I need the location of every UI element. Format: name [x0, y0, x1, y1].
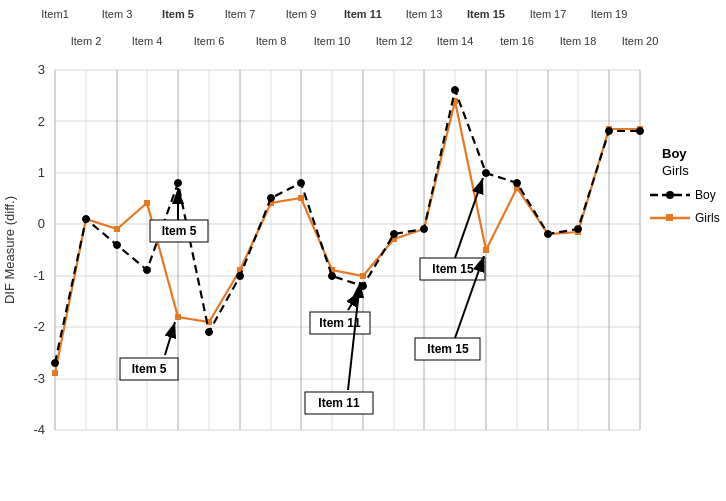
- svg-text:Item 20: Item 20: [622, 35, 659, 47]
- svg-point-91: [391, 231, 398, 238]
- svg-point-86: [237, 273, 244, 280]
- svg-point-96: [545, 231, 552, 238]
- svg-text:0: 0: [38, 216, 45, 231]
- svg-point-80: [52, 360, 59, 367]
- svg-rect-60: [52, 370, 58, 376]
- svg-point-98: [606, 128, 613, 135]
- svg-text:Item 3: Item 3: [102, 8, 133, 20]
- svg-text:Item 17: Item 17: [530, 8, 567, 20]
- svg-text:-1: -1: [33, 268, 45, 283]
- chart-container: 3 2 1 0 -1 -2 -3 -4 DIF Measure (diff.) …: [0, 0, 726, 501]
- svg-text:Item 10: Item 10: [314, 35, 351, 47]
- svg-point-94: [483, 170, 490, 177]
- svg-point-82: [114, 242, 121, 249]
- svg-point-88: [298, 180, 305, 187]
- svg-rect-64: [175, 314, 181, 320]
- svg-point-84: [175, 180, 182, 187]
- svg-text:tem 16: tem 16: [500, 35, 534, 47]
- svg-text:Girls: Girls: [662, 163, 689, 178]
- svg-text:Item 15: Item 15: [427, 342, 469, 356]
- svg-rect-74: [483, 247, 489, 253]
- svg-point-87: [268, 195, 275, 202]
- svg-point-92: [421, 226, 428, 233]
- svg-text:Item 14: Item 14: [437, 35, 474, 47]
- svg-text:Item 13: Item 13: [406, 8, 443, 20]
- svg-rect-62: [114, 226, 120, 232]
- svg-text:Item 15: Item 15: [432, 262, 474, 276]
- svg-point-83: [144, 267, 151, 274]
- svg-point-81: [83, 216, 90, 223]
- svg-text:Item 5: Item 5: [162, 8, 194, 20]
- svg-point-121: [666, 191, 674, 199]
- svg-rect-70: [360, 273, 366, 279]
- svg-point-97: [575, 226, 582, 233]
- svg-text:Boy: Boy: [695, 188, 716, 202]
- svg-text:Item 9: Item 9: [286, 8, 317, 20]
- svg-text:Girls: Girls: [695, 211, 720, 225]
- svg-text:3: 3: [38, 62, 45, 77]
- svg-point-93: [452, 87, 459, 94]
- svg-point-89: [329, 273, 336, 280]
- svg-rect-124: [666, 214, 673, 221]
- svg-point-95: [514, 180, 521, 187]
- svg-text:Item 4: Item 4: [132, 35, 163, 47]
- svg-text:-3: -3: [33, 371, 45, 386]
- svg-text:Item 12: Item 12: [376, 35, 413, 47]
- svg-rect-68: [298, 195, 304, 201]
- svg-text:Item 18: Item 18: [560, 35, 597, 47]
- svg-text:Item 2: Item 2: [71, 35, 102, 47]
- svg-point-85: [206, 329, 213, 336]
- svg-text:Item 8: Item 8: [256, 35, 287, 47]
- svg-rect-63: [144, 200, 150, 206]
- svg-text:Item1: Item1: [41, 8, 69, 20]
- svg-text:-2: -2: [33, 319, 45, 334]
- svg-text:Item 7: Item 7: [225, 8, 256, 20]
- svg-text:DIF Measure (diff.): DIF Measure (diff.): [2, 196, 17, 304]
- svg-text:Item 19: Item 19: [591, 8, 628, 20]
- svg-text:1: 1: [38, 165, 45, 180]
- svg-text:Item 5: Item 5: [162, 224, 197, 238]
- svg-text:Boy: Boy: [662, 146, 687, 161]
- svg-text:Item 5: Item 5: [132, 362, 167, 376]
- svg-text:Item 6: Item 6: [194, 35, 225, 47]
- svg-text:Item 15: Item 15: [467, 8, 505, 20]
- svg-text:Item 11: Item 11: [318, 396, 360, 410]
- svg-text:-4: -4: [33, 422, 45, 437]
- svg-text:Item 11: Item 11: [344, 8, 382, 20]
- svg-point-99: [637, 128, 644, 135]
- svg-text:2: 2: [38, 114, 45, 129]
